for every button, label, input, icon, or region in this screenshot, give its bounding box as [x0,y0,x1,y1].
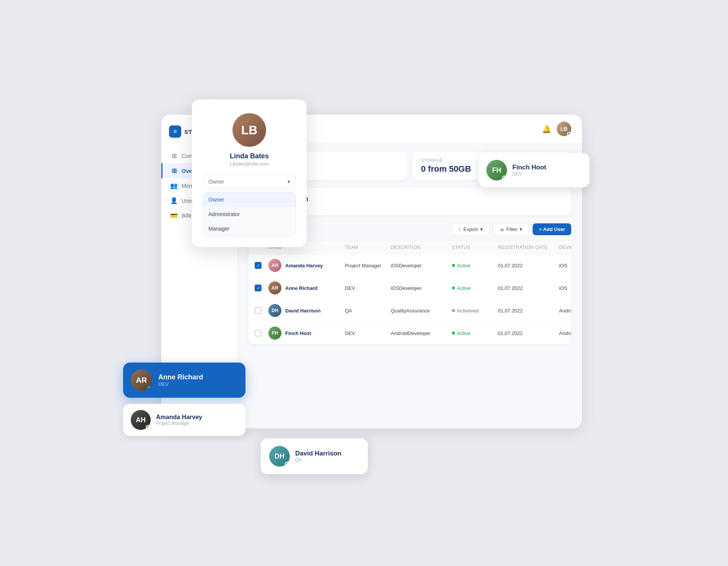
amanda-online-dot [146,425,150,429]
row1-description: iOSDeveloper [391,263,452,268]
row4-team: DEV [345,330,391,336]
role-owner[interactable]: Owner [203,192,296,207]
table-row: ✓ AH Amanda Harvey Project Manager iOSDe… [249,254,571,277]
row3-reg-date: 01.07.2022 [498,308,559,314]
role-dropdown[interactable]: Owner ▾ [203,174,296,189]
row4-reg-date: 01.07.2022 [498,330,559,336]
row3-status-dot [452,309,455,312]
row4-user-info: Finch Hoot [285,330,311,336]
filter-button[interactable]: ⚌ Filter ▾ [493,223,529,236]
role-administrator[interactable]: Administrator [203,207,296,221]
row1-name: Amanda Harvey [285,263,323,268]
row1-status: Active [452,263,498,268]
row2-reg-date: 01.07.2022 [498,285,559,291]
row3-team: QA [345,308,391,314]
row2-team: DEV [345,285,391,291]
row1-checkbox[interactable]: ✓ [255,262,262,269]
members-icon: 👥 [170,182,178,189]
david-name: David Harrison [295,450,341,457]
david-online-dot [285,462,289,466]
row2-description: iOSDeveloper [391,285,452,291]
table-row: DH David Harrison QA QualityAssurance Ac… [249,299,571,322]
anne-name: Anne Richard [158,373,203,381]
row2-user-cell: AR Anne Richard [268,281,345,294]
row1-status-label: Active [457,263,470,268]
filter-icon: ⚌ [500,226,504,232]
finch-name: Finch Hoot [512,164,546,171]
row4-checkbox[interactable] [255,330,262,337]
export-button[interactable]: ↑ Export ▾ [452,223,489,236]
table-row: ✓ AR Anne Richard DEV iOSDeveloper Activ… [249,277,571,299]
row4-avatar: FH [268,327,281,340]
row2-checkbox[interactable]: ✓ [255,285,262,291]
profile-popup-card: LB Linda Bates LBates@site.com Owner ▾ O… [192,99,307,247]
finch-info: Finch Hoot DEV [512,164,546,177]
profile-email: LBates@site.com [230,161,269,167]
row3-description: QualityAssurance [391,308,452,314]
chevron-down-icon: ▾ [288,179,290,185]
david-avatar: DH [269,446,290,467]
role-manager[interactable]: Manager [203,221,296,236]
amanda-avatar: AH [131,410,151,430]
row3-status: Activeved [452,308,498,314]
table-row: FH Finch Hoot DEV AndroidDeveloper Activ… [249,322,571,344]
david-role: QA [295,457,341,463]
profile-avatar: LB [232,113,266,147]
row4-device: Android [559,330,571,336]
row3-avatar: DH [268,304,281,317]
row1-device: iOS [559,263,571,268]
row3-status-label: Activeved [457,308,478,314]
row4-description: AndroidDeveloper [391,330,452,336]
row3-user-info: David Harrison [285,308,320,314]
anne-online-dot [147,385,151,390]
role-menu: Owner Administrator Manager [203,192,296,236]
row3-user-cell: DH David Harrison [268,304,345,317]
col-description: Descrition [391,245,452,250]
amanda-name: Amanda Harvey [156,414,202,421]
notifications-bell-icon[interactable]: 🔔 [542,124,551,133]
row2-status: Active [452,285,498,291]
row4-status-dot [452,332,455,335]
overview-icon: ⊞ [170,167,178,174]
amanda-harvey-card[interactable]: AH Amanda Harvey Project Manager [123,404,245,436]
anne-avatar: AR [131,369,152,391]
col-device: Device [559,245,571,250]
row3-name: David Harrison [285,308,320,314]
role-dropdown-value: Owner [208,179,224,185]
row2-avatar: AR [268,281,281,294]
row2-name: Anne Richard [285,285,318,291]
anne-richard-card[interactable]: AR Anne Richard DEV [123,363,245,398]
avatar-online-dot [567,132,571,136]
users-icon: 👤 [170,197,178,204]
row1-team: Project Manager [345,263,391,268]
header-user-avatar[interactable]: LB [557,122,571,136]
row1-status-dot [452,264,455,267]
david-harrison-card[interactable]: DH David Harrison QA [261,438,368,474]
add-user-button[interactable]: + Add User [533,223,571,235]
row1-user-info: Amanda Harvey [285,263,323,268]
col-status: Status [452,245,498,250]
row4-user-cell: FH Finch Hoot [268,327,345,340]
row2-status-label: Active [457,285,470,291]
export-icon: ↑ [459,226,461,232]
row2-user-info: Anne Richard [285,285,318,291]
finch-online-dot [502,176,507,180]
row1-user-cell: AH Amanda Harvey [268,259,345,272]
amanda-info: Amanda Harvey Project Manager [156,414,202,426]
anne-role: DEV [158,381,203,387]
logo-icon: ≡ [169,125,181,138]
row3-device: Android [559,308,571,314]
row2-status-dot [452,286,455,290]
row2-device: iOS [559,285,571,291]
finch-avatar: FH [486,160,507,181]
row1-avatar: AH [268,259,281,272]
david-info: David Harrison QA [295,450,341,463]
export-label: Export [463,226,478,232]
add-user-label: + Add User [539,226,565,232]
row4-name: Finch Hoot [285,330,311,336]
finch-hoot-card[interactable]: FH Finch Hoot DEV [479,153,590,187]
col-team: Team [345,245,391,250]
data-table: Name Team Descrition Status Registration… [249,241,571,344]
row1-reg-date: 01.07.2022 [498,263,559,268]
row3-checkbox[interactable] [255,307,262,314]
